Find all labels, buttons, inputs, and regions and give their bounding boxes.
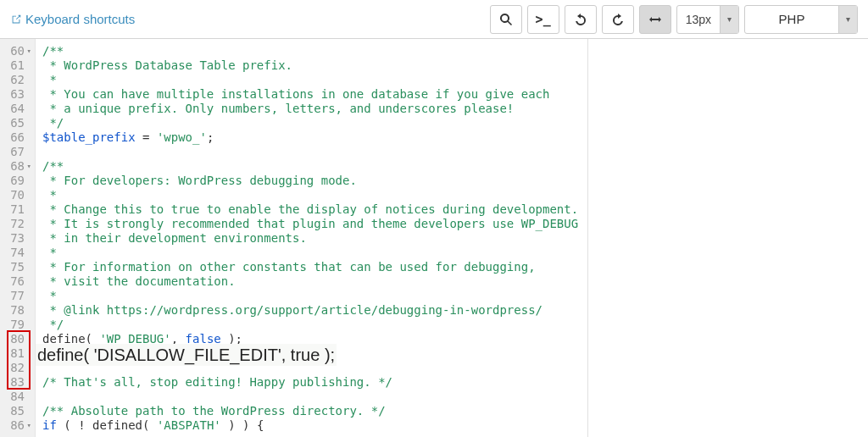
language-select[interactable]: PHP ▾ <box>744 5 858 34</box>
line-number: 80 <box>2 332 31 346</box>
line-number: 72 <box>2 217 31 231</box>
line-number: 82 <box>2 361 31 375</box>
code-line: * @link https://wordpress.org/support/ar… <box>42 303 861 318</box>
line-number: 70 <box>2 188 31 202</box>
line-number: 78 <box>2 303 31 318</box>
undo-icon <box>574 13 587 26</box>
line-number: 64 <box>2 102 31 116</box>
line-number: 73 <box>2 231 31 246</box>
code-line: $table_prefix = 'wpwo_'; <box>42 130 861 145</box>
chevron-down-icon: ▾ <box>720 6 738 33</box>
console-button[interactable]: >_ <box>527 5 559 34</box>
keyboard-shortcuts-label: Keyboard shortcuts <box>25 12 135 26</box>
code-line: * WordPress Database Table prefix. <box>42 58 861 73</box>
console-icon: >_ <box>536 12 551 27</box>
line-number: 84 <box>2 390 31 404</box>
redo-button[interactable] <box>602 5 634 34</box>
code-line: * You can have multiple installations in… <box>42 87 861 102</box>
language-value: PHP <box>745 12 838 26</box>
line-number: 60 <box>2 44 31 58</box>
line-number: 76 <box>2 274 31 289</box>
code-line: /** Absolute path to the WordPress direc… <box>42 404 861 418</box>
line-number: 62 <box>2 73 31 87</box>
line-number: 63 <box>2 87 31 102</box>
line-number: 81 <box>2 346 31 361</box>
line-number: 79 <box>2 318 31 332</box>
undo-button[interactable] <box>565 5 597 34</box>
line-number: 77 <box>2 289 31 303</box>
line-number: 67 <box>2 145 31 159</box>
redo-icon <box>611 13 625 26</box>
arrows-horizontal-icon <box>648 13 662 26</box>
code-line: /** <box>42 44 861 58</box>
line-number: 74 <box>2 246 31 260</box>
code-line: * <box>42 73 861 87</box>
code-editor[interactable]: 6061626364656667686970717273747576777879… <box>0 39 868 437</box>
code-line: * Change this to true to enable the disp… <box>42 202 861 217</box>
wrap-toggle-button[interactable] <box>639 5 671 34</box>
code-line: /* That's all, stop editing! Happy publi… <box>42 375 861 390</box>
code-line: * in their development environments. <box>42 231 861 246</box>
external-link-icon <box>10 14 22 25</box>
code-area[interactable]: /** * WordPress Database Table prefix. *… <box>36 39 868 437</box>
toolbar-right: >_ 13px ▾ PHP ▾ <box>490 5 858 34</box>
line-number-gutter: 6061626364656667686970717273747576777879… <box>0 39 36 437</box>
code-line <box>42 390 861 404</box>
fontsize-select[interactable]: 13px ▾ <box>676 5 739 34</box>
line-number: 66 <box>2 130 31 145</box>
fontsize-value: 13px <box>677 13 720 26</box>
search-button[interactable] <box>490 5 522 34</box>
code-line: * a unique prefix. Only numbers, letters… <box>42 102 861 116</box>
line-number: 65 <box>2 116 31 130</box>
vertical-ruler <box>587 39 588 437</box>
line-number: 85 <box>2 404 31 418</box>
line-number: 83 <box>2 375 31 390</box>
code-line: * <box>42 289 861 303</box>
code-line: * It is strongly recommended that plugin… <box>42 217 861 231</box>
line-number: 68 <box>2 159 31 174</box>
gutter-wrap: 6061626364656667686970717273747576777879… <box>0 39 36 437</box>
code-line: * visit the documentation. <box>42 274 861 289</box>
line-number: 69 <box>2 174 31 188</box>
search-icon <box>499 13 513 26</box>
line-number: 86 <box>2 418 31 433</box>
code-line: if ( ! defined( 'ABSPATH' ) ) { <box>42 418 861 433</box>
keyboard-shortcuts-link[interactable]: Keyboard shortcuts <box>10 12 135 26</box>
code-line: * For information on other constants tha… <box>42 260 861 274</box>
code-line: * <box>42 246 861 260</box>
line-number: 71 <box>2 202 31 217</box>
toolbar-left: Keyboard shortcuts <box>10 12 135 26</box>
editor-toolbar: Keyboard shortcuts >_ 13px ▾ PHP ▾ <box>0 0 868 39</box>
code-line: * For developers: WordPress debugging mo… <box>42 174 861 188</box>
inserted-code-overlay: define( 'DISALLOW_FILE_EDIT', true ); <box>36 344 337 366</box>
line-number: 61 <box>2 58 31 73</box>
code-line: * <box>42 188 861 202</box>
code-line <box>42 145 861 159</box>
code-line: */ <box>42 116 861 130</box>
line-number: 75 <box>2 260 31 274</box>
code-line: /** <box>42 159 861 174</box>
chevron-down-icon: ▾ <box>838 6 857 33</box>
code-line: */ <box>42 318 861 332</box>
